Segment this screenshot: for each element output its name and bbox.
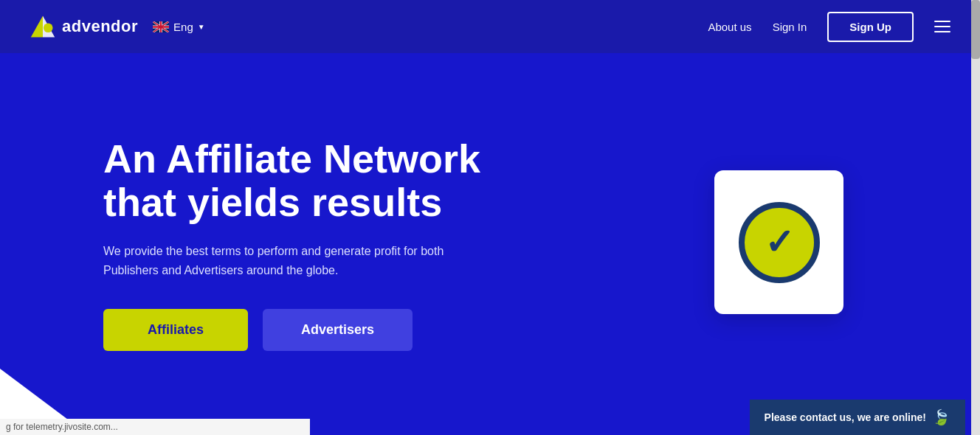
chat-label: Please contact us, we are online! [765, 411, 926, 423]
hero-illustration [714, 170, 847, 318]
navbar: advendor Eng ▼ About us Sign In Sign Up [0, 0, 980, 53]
hamburger-menu-icon[interactable] [934, 21, 950, 32]
illustration-card [714, 170, 843, 314]
browser-status-bar: g for telemetry.jivosite.com... [0, 419, 310, 435]
scrollbar[interactable] [971, 0, 980, 435]
flag-icon [153, 21, 169, 32]
about-link[interactable]: About us [708, 21, 751, 33]
hamburger-line-1 [934, 21, 950, 22]
lang-label: Eng [173, 21, 193, 33]
hero-buttons: Affiliates Advertisers [103, 309, 531, 351]
logo[interactable]: advendor [30, 13, 138, 40]
signin-link[interactable]: Sign In [773, 21, 807, 33]
logo-icon [30, 13, 56, 40]
hamburger-line-2 [934, 26, 950, 27]
hero-title: An Affiliate Network that yields results [103, 137, 531, 225]
language-selector[interactable]: Eng ▼ [153, 21, 205, 33]
brand-name: advendor [62, 17, 138, 36]
leaf-icon: 🍃 [932, 408, 950, 426]
scrollbar-thumb[interactable] [971, 0, 980, 59]
hero-subtitle: We provide the best terms to perform and… [103, 242, 458, 279]
checkmark-circle-icon [739, 202, 820, 283]
chat-widget[interactable]: Please contact us, we are online! 🍃 [750, 400, 965, 435]
hero-section: An Affiliate Network that yields results… [0, 53, 980, 435]
svg-point-2 [44, 24, 53, 33]
affiliates-button[interactable]: Affiliates [103, 309, 248, 351]
navbar-right: About us Sign In Sign Up [708, 12, 950, 42]
hero-content: An Affiliate Network that yields results… [30, 137, 531, 352]
navbar-left: advendor Eng ▼ [30, 13, 205, 40]
svg-marker-0 [31, 16, 43, 38]
status-text: g for telemetry.jivosite.com... [6, 422, 118, 432]
signup-button[interactable]: Sign Up [827, 12, 914, 42]
advertisers-button[interactable]: Advertisers [263, 309, 413, 351]
chevron-down-icon: ▼ [198, 23, 205, 31]
hamburger-line-3 [934, 31, 950, 32]
